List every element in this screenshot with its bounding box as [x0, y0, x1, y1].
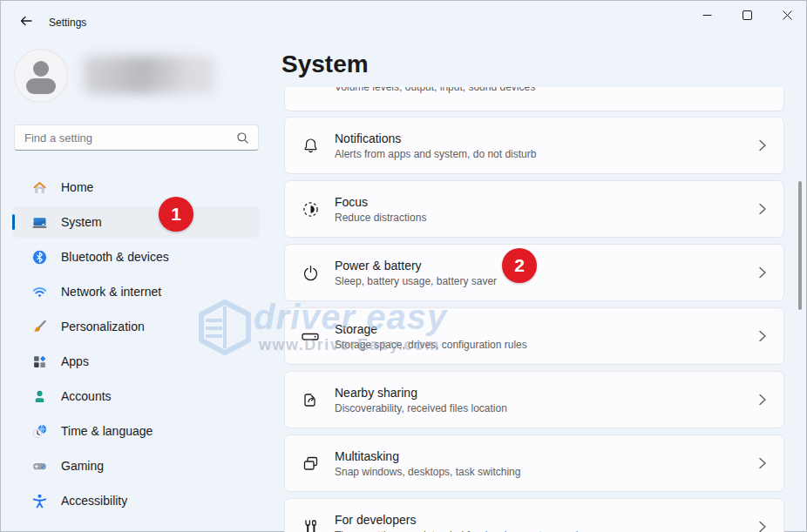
card-notifications[interactable]: Notifications Alerts from apps and syste… [284, 117, 784, 174]
sidebar-item-personalization[interactable]: Personalization [12, 311, 260, 342]
sidebar-item-time-language[interactable]: Time & language [12, 415, 260, 447]
minimize-icon [702, 10, 712, 20]
close-button[interactable] [767, 0, 807, 30]
search-icon [236, 131, 249, 145]
selection-indicator [12, 214, 15, 230]
system-icon [32, 215, 47, 230]
home-icon [32, 180, 47, 195]
time-language-icon [32, 424, 47, 439]
multitask-windows-icon [301, 454, 320, 473]
minimize-button[interactable] [687, 0, 727, 30]
card-subtitle: Storage space, drives, configuration rul… [335, 338, 527, 352]
card-nearby-sharing[interactable]: Nearby sharing Discoverability, received… [284, 371, 784, 428]
maximize-button[interactable] [727, 0, 767, 30]
paintbrush-icon [32, 320, 47, 334]
avatar[interactable] [15, 50, 67, 102]
accessibility-icon [32, 494, 47, 508]
sidebar-item-accessibility[interactable]: Accessibility [12, 485, 260, 516]
card-multitasking[interactable]: Multitasking Snap windows, desktops, tas… [284, 434, 784, 492]
sidebar-item-label: Apps [61, 354, 89, 368]
accounts-icon [32, 389, 47, 404]
chevron-right-icon [759, 522, 766, 532]
settings-card-list: Volume levels, output, input, sound devi… [284, 87, 784, 532]
card-subtitle: These settings are intended for developm… [335, 529, 584, 532]
sidebar-item-network-internet[interactable]: Network & internet [12, 276, 260, 307]
card-focus[interactable]: Focus Reduce distractions [284, 180, 784, 238]
user-name-blurred [84, 56, 214, 94]
sidebar-item-home[interactable]: Home [12, 172, 260, 203]
sidebar-item-gaming[interactable]: Gaming [12, 450, 260, 481]
page-title: System [281, 51, 369, 78]
focus-icon [301, 199, 320, 219]
sidebar-item-system[interactable]: System 1 [12, 206, 260, 238]
sidebar-item-label: Bluetooth & devices [61, 250, 169, 264]
storage-drive-icon [301, 327, 320, 346]
card-subtitle: Volume levels, output, input, sound devi… [335, 87, 535, 93]
card-subtitle: Discoverability, received files location [335, 401, 507, 415]
apps-icon [32, 354, 47, 369]
developer-tools-icon [301, 517, 320, 532]
sidebar-item-label: Home [61, 180, 93, 194]
step-badge-2: 2 [502, 248, 537, 283]
card-title: For developers [335, 512, 584, 529]
sidebar: Home System 1 Bluetooth & devices [0, 38, 272, 532]
back-button[interactable] [12, 10, 40, 31]
card-subtitle: Snap windows, desktops, task switching [335, 465, 520, 479]
bluetooth-icon [32, 250, 47, 265]
sidebar-item-label: Accessibility [61, 494, 127, 508]
avatar-head [33, 61, 49, 77]
card-storage[interactable]: Storage Storage space, drives, configura… [284, 307, 784, 365]
sidebar-item-apps[interactable]: Apps [12, 346, 260, 377]
search-box[interactable] [14, 125, 259, 151]
card-sound-partial[interactable]: Volume levels, output, input, sound devi… [284, 87, 784, 111]
title-bar: Settings [0, 0, 807, 38]
maximize-icon [743, 10, 752, 20]
chevron-right-icon [759, 140, 766, 152]
vertical-scrollbar-thumb[interactable] [798, 181, 802, 310]
power-icon [301, 263, 320, 282]
sidebar-item-label: Gaming [61, 459, 104, 473]
sidebar-item-bluetooth-devices[interactable]: Bluetooth & devices [12, 241, 260, 273]
gamepad-icon [32, 459, 47, 474]
window-title: Settings [49, 17, 86, 29]
search-input[interactable] [15, 131, 236, 145]
card-title: Focus [335, 194, 426, 211]
card-title: Nearby sharing [335, 385, 507, 401]
card-subtitle: Alerts from apps and system, do not dist… [335, 147, 536, 161]
card-title: Power & battery [335, 258, 497, 274]
chevron-right-icon [759, 458, 766, 469]
step-badge-1: 1 [159, 197, 193, 232]
wifi-icon [32, 285, 47, 300]
card-power-battery[interactable]: Power & battery Sleep, battery usage, ba… [284, 244, 784, 301]
close-icon [783, 10, 792, 20]
sidebar-item-label: Accounts [61, 389, 112, 403]
window-controls [687, 0, 807, 30]
card-for-developers[interactable]: For developers These settings are intend… [284, 498, 784, 532]
sidebar-item-label: Time & language [61, 424, 153, 438]
card-title: Notifications [335, 131, 536, 147]
sidebar-item-label: System [61, 215, 102, 229]
chevron-right-icon [759, 204, 766, 215]
sidebar-item-label: Network & internet [61, 285, 161, 299]
card-title: Storage [335, 321, 527, 338]
card-subtitle: Sleep, battery usage, battery saver [335, 274, 497, 288]
sidebar-item-accounts[interactable]: Accounts [12, 380, 260, 412]
card-subtitle: Reduce distractions [335, 211, 426, 225]
avatar-body [26, 78, 56, 94]
chevron-right-icon [759, 267, 766, 279]
chevron-right-icon [759, 331, 766, 342]
sidebar-nav: Home System 1 Bluetooth & devices [0, 172, 272, 520]
chevron-right-icon [759, 394, 766, 406]
share-icon [301, 390, 320, 409]
sidebar-item-label: Personalization [61, 320, 145, 333]
card-title: Multitasking [335, 448, 520, 465]
bell-icon [301, 136, 320, 155]
back-arrow-icon [19, 14, 33, 28]
